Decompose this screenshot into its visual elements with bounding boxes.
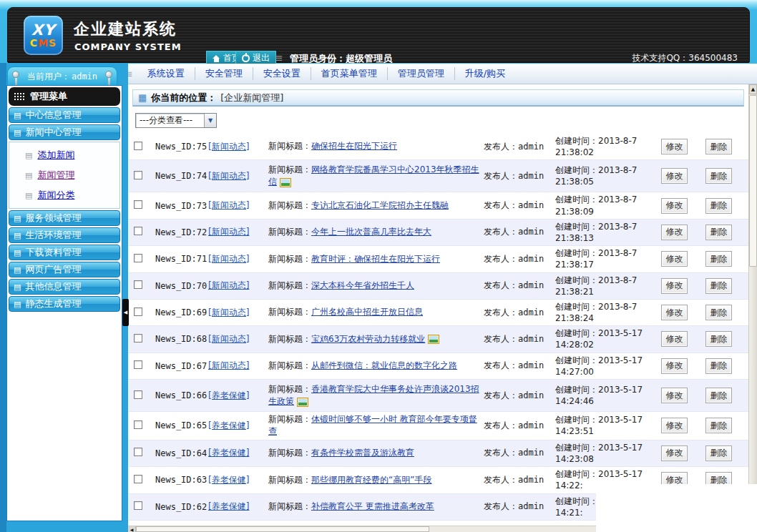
news-title-link[interactable]: 有条件学校需普及游泳教育: [311, 448, 414, 458]
edit-button[interactable]: 修改: [661, 388, 688, 403]
sidebar-item-living-environment[interactable]: ▤ 生活环境管理: [9, 227, 120, 243]
news-title-link[interactable]: 专访北京石油化工学院招办主任魏融: [311, 200, 449, 210]
edit-button[interactable]: 修改: [661, 418, 688, 433]
scroll-left-icon[interactable]: ◀: [128, 526, 136, 532]
row-checkbox[interactable]: [134, 171, 142, 179]
checkbox-cell: [134, 501, 155, 512]
news-title-link[interactable]: 从邮件到微信：就业信息的数字化之路: [311, 360, 457, 370]
sidebar-item-downloads[interactable]: ▤ 下载资料管理: [9, 245, 120, 260]
category-link[interactable]: [养老保健]: [208, 390, 249, 400]
category-link[interactable]: [新闻动态]: [208, 334, 249, 344]
news-id: News_ID:64: [155, 448, 208, 458]
category-cell: [新闻动态]: [208, 307, 268, 319]
row-checkbox[interactable]: [134, 227, 142, 235]
delete-button[interactable]: 删除: [705, 168, 732, 184]
sidebar-item-news-center[interactable]: ▤ 新闻中心管理: [9, 124, 120, 140]
row-checkbox[interactable]: [134, 254, 142, 262]
row-checkbox[interactable]: [134, 307, 142, 316]
sidebar-item-other-info[interactable]: ▤ 其他信息管理: [9, 279, 120, 295]
news-title-link[interactable]: 那些挪用教育经费的“高明”手段: [311, 475, 431, 485]
category-link[interactable]: [新闻动态]: [208, 227, 249, 237]
edit-button[interactable]: 修改: [661, 139, 688, 154]
edit-button[interactable]: 修改: [661, 278, 688, 294]
edit-button[interactable]: 修改: [661, 168, 688, 184]
news-title-link[interactable]: 今年上一批次普高几率比去年大: [311, 227, 431, 237]
window-icon: ▤: [14, 232, 21, 240]
submenu-item-news-category[interactable]: ▤ 新闻分类: [9, 185, 119, 205]
sidebar-item-static-generation[interactable]: ▤ 静态生成管理: [9, 296, 120, 312]
submenu-item-add-news[interactable]: ▤ 添加新闻: [9, 145, 119, 165]
publisher-cell: 发布人：admin: [484, 420, 555, 432]
category-link[interactable]: [新闻动态]: [208, 171, 249, 181]
edit-button[interactable]: 修改: [661, 225, 688, 240]
chevron-down-icon[interactable]: ▼: [204, 114, 216, 127]
edit-cell: 修改: [661, 139, 705, 154]
delete-button[interactable]: 删除: [705, 388, 732, 403]
topnav-security-settings[interactable]: 安全设置: [253, 67, 311, 80]
publisher-label: 发布人：: [484, 360, 518, 370]
news-title-link[interactable]: 深大本科今年省外招生千人: [311, 280, 414, 290]
row-checkbox[interactable]: [134, 448, 142, 456]
row-checkbox[interactable]: [134, 390, 142, 399]
sidebar-item-center-info[interactable]: ▤ 中心信息管理: [9, 107, 120, 123]
news-title-link[interactable]: 教育时评：确保招生在阳光下运行: [311, 254, 440, 264]
category-cell: [养老保健]: [208, 390, 268, 402]
delete-button[interactable]: 删除: [705, 358, 732, 374]
topnav-admin-management[interactable]: 管理员管理: [388, 67, 455, 80]
delete-button[interactable]: 删除: [705, 198, 732, 214]
row-checkbox[interactable]: [134, 501, 142, 510]
category-link[interactable]: [新闻动态]: [208, 307, 249, 317]
category-filter-select[interactable]: ---分类查看--- ▼: [135, 113, 217, 128]
row-checkbox[interactable]: [134, 360, 142, 369]
sidebar-item-web-ads[interactable]: ▤ 网页广告管理: [9, 262, 120, 277]
category-link[interactable]: [养老保健]: [208, 501, 249, 511]
topnav-upgrade[interactable]: 升级/购买: [455, 67, 515, 80]
submenu-item-news-management[interactable]: ▤ 新闻管理: [9, 165, 119, 185]
vertical-scrollbar[interactable]: ▲: [748, 84, 757, 532]
edit-button[interactable]: 修改: [661, 198, 688, 214]
row-checkbox[interactable]: [134, 420, 142, 429]
topnav-system-settings[interactable]: 系统设置: [137, 67, 195, 80]
category-link[interactable]: [养老保健]: [208, 448, 249, 458]
row-checkbox[interactable]: [134, 142, 142, 150]
category-link[interactable]: [养老保健]: [208, 420, 249, 430]
category-link[interactable]: [新闻动态]: [208, 142, 249, 152]
vertical-scrollbar-thumb[interactable]: [749, 95, 757, 267]
delete-button[interactable]: 删除: [705, 225, 732, 240]
row-checkbox[interactable]: [134, 280, 142, 289]
created-line1: 创建时间：2013-8-7: [555, 275, 637, 285]
news-title-link[interactable]: 补偿教育公平 更需推进高考改革: [311, 501, 434, 511]
news-title-link[interactable]: 确保招生在阳光下运行: [311, 141, 397, 151]
delete-button[interactable]: 删除: [705, 418, 732, 433]
topnav-security-management[interactable]: 安全管理: [195, 67, 253, 80]
row-checkbox[interactable]: [134, 475, 142, 483]
category-link[interactable]: [新闻动态]: [208, 360, 249, 370]
topnav-homepage-menu[interactable]: 首页菜单管理: [311, 67, 388, 80]
edit-button[interactable]: 修改: [661, 358, 688, 374]
scroll-up-icon[interactable]: ▲: [749, 84, 757, 94]
news-title-link[interactable]: 广州名校高中招生开放日信息: [311, 307, 423, 317]
news-title-link[interactable]: 宝鸡63万农村劳动力转移就业: [311, 334, 425, 344]
delete-button[interactable]: 删除: [705, 305, 732, 320]
row-checkbox[interactable]: [134, 200, 142, 209]
app-subtitle: COMPANY SYSTEM: [74, 41, 182, 52]
horizontal-scrollbar-thumb[interactable]: [136, 526, 429, 532]
row-checkbox[interactable]: [134, 334, 142, 343]
delete-button[interactable]: 删除: [705, 251, 732, 267]
delete-button[interactable]: 删除: [705, 278, 732, 294]
created-time: 14:24:46: [555, 396, 594, 406]
created-line1: 创建时间：2013-5-17: [555, 415, 643, 425]
edit-button[interactable]: 修改: [661, 251, 688, 267]
sidebar-item-service-area[interactable]: ▤ 服务领域管理: [9, 210, 120, 226]
sidebar-collapse-handle[interactable]: ◀: [122, 299, 129, 326]
category-link[interactable]: [新闻动态]: [208, 200, 249, 210]
delete-button[interactable]: 删除: [705, 139, 732, 154]
edit-button[interactable]: 修改: [661, 331, 688, 347]
category-link[interactable]: [新闻动态]: [208, 280, 249, 290]
category-link[interactable]: [新闻动态]: [208, 254, 249, 264]
edit-button[interactable]: 修改: [661, 445, 688, 461]
edit-button[interactable]: 修改: [661, 305, 688, 320]
category-link[interactable]: [养老保健]: [208, 475, 249, 485]
delete-button[interactable]: 删除: [705, 445, 732, 461]
delete-button[interactable]: 删除: [705, 331, 732, 347]
